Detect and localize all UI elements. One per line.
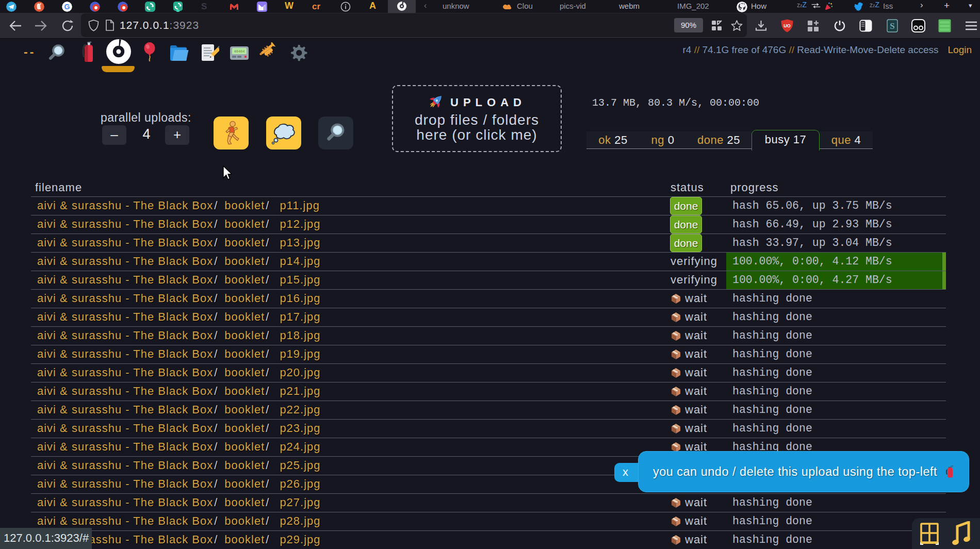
svg-text:G: G (64, 3, 70, 11)
svg-text:UO: UO (783, 23, 791, 28)
svg-text:40404: 40404 (234, 49, 244, 54)
svg-text:S: S (890, 21, 894, 31)
